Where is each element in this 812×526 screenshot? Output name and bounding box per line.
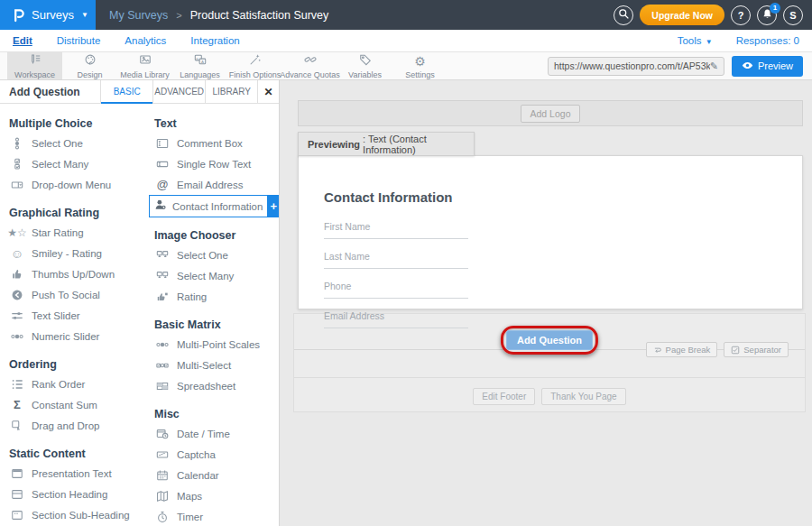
ribbon-item-design[interactable]: Design (62, 52, 117, 79)
svg-text:A: A (200, 59, 203, 63)
nav-tab-integration[interactable]: Integration (190, 35, 239, 46)
question-type-single-row-text[interactable]: Single Row Text (154, 153, 279, 174)
close-panel-button[interactable]: ✕ (257, 80, 279, 103)
question-type-select-one[interactable]: Select One (154, 245, 279, 265)
edit-url-icon[interactable]: ✎ (710, 60, 718, 72)
search-button[interactable] (614, 5, 633, 25)
ribbon-item-finish-options[interactable]: Finish Options (227, 52, 282, 79)
settings-icon: ⚙ (414, 53, 426, 69)
questionpro-logo-icon (12, 7, 25, 23)
form-field-email-address[interactable]: Email Address (324, 307, 468, 328)
survey-url-field[interactable]: https://www.questionpro.com/t/AP53kZgUI … (548, 57, 724, 76)
question-type-select-many[interactable]: Select Many (154, 265, 279, 286)
thank-you-page-button[interactable]: Thank You Page (541, 388, 625, 405)
question-type-label: Rank Order (32, 379, 85, 390)
ribbon-item-languages[interactable]: aALanguages (172, 52, 227, 79)
form-field-first-name[interactable]: First Name (324, 217, 468, 239)
preview-label: Preview (758, 60, 793, 71)
question-type-select-many[interactable]: Select Many (9, 153, 143, 174)
text-slider-icon (9, 309, 25, 322)
notifications-button[interactable]: 1 (757, 5, 777, 25)
question-type-label: Date / Time (177, 429, 230, 439)
share-icon (9, 289, 25, 301)
question-type-label: Calendar (177, 470, 219, 481)
breadcrumb-my-surveys[interactable]: My Surveys (109, 9, 168, 22)
question-type-star-rating[interactable]: ★☆Star Rating (9, 222, 143, 243)
chevron-down-icon: ▼ (81, 11, 88, 19)
edit-footer-button[interactable]: Edit Footer (473, 388, 535, 405)
question-type-date-time[interactable]: Date / Time (154, 423, 279, 444)
avatar-initial: S (789, 10, 796, 21)
panel-body: Multiple ChoiceSelect OneSelect ManyDrop… (0, 104, 279, 526)
ribbon-item-variables[interactable]: Variables (337, 52, 392, 79)
question-type-label: Email Address (177, 180, 244, 190)
question-type-calendar[interactable]: Calendar (154, 465, 279, 485)
ribbon-item-advance-quotas[interactable]: Advance Quotas (282, 52, 337, 79)
question-type-drop-down-menu[interactable]: Drop-down Menu (9, 174, 143, 195)
question-type-label: Push To Social (32, 290, 100, 300)
question-type-timer[interactable]: Timer (154, 506, 279, 526)
question-type-section-heading[interactable]: Section Heading (9, 484, 143, 504)
question-type-multi-point-scales[interactable]: Multi-Point Scales (154, 334, 279, 355)
question-type-constant-sum[interactable]: ΣConstant Sum (9, 394, 143, 415)
avatar[interactable]: S (783, 5, 803, 25)
add-question-type-button[interactable]: + (268, 195, 279, 217)
nav-tab-analytics[interactable]: Analytics (125, 35, 166, 46)
question-type-text-slider[interactable]: Text Slider (9, 305, 143, 326)
panel-tab-basic[interactable]: BASIC (100, 80, 152, 103)
nav-tab-distribute[interactable]: Distribute (57, 35, 101, 46)
category-image-chooser: Image Chooser (154, 229, 279, 242)
question-type-maps[interactable]: Maps (154, 485, 279, 506)
question-type-label: Spreadsheet (177, 381, 235, 392)
question-type-contact-information-selected[interactable]: Contact Information+ (149, 195, 279, 217)
eye-icon (742, 60, 753, 72)
upgrade-now-button[interactable]: Upgrade Now (640, 5, 724, 25)
ribbon-item-media-library[interactable]: Media Library (117, 52, 172, 79)
question-type-drag-and-drop[interactable]: Drag and Drop (9, 415, 143, 436)
add-question-panel: Add Question BASICADVANCEDLIBRARY ✕ Mult… (0, 80, 280, 526)
product-switcher[interactable]: Surveys ▼ (0, 0, 96, 30)
question-type-push-to-social[interactable]: Push To Social (9, 284, 143, 305)
contact-person-icon (154, 198, 167, 215)
panel-tab-advanced[interactable]: ADVANCED (152, 80, 205, 103)
separator-checkbox-icon (731, 346, 740, 355)
nav-tab-edit[interactable]: Edit (13, 35, 32, 46)
question-type-numeric-slider[interactable]: Numeric Slider (9, 326, 143, 346)
panel-title: Add Question (0, 80, 100, 103)
help-button[interactable]: ? (731, 5, 751, 25)
finish-options-icon (249, 53, 262, 69)
thumbs-icon (9, 268, 25, 281)
contact-form-title: Contact Information (324, 189, 802, 205)
page-break-button[interactable]: Page Break (646, 342, 718, 357)
question-type-select-one[interactable]: Select One (9, 133, 143, 153)
question-type-presentation-text[interactable]: Presentation Text (9, 463, 143, 484)
form-field-last-name[interactable]: Last Name (324, 247, 468, 269)
category-basic-matrix: Basic Matrix (154, 318, 279, 331)
panel-tab-library[interactable]: LIBRARY (205, 80, 257, 103)
question-type-thumbs-up-down[interactable]: Thumbs Up/Down (9, 263, 143, 284)
ribbon-item-settings[interactable]: ⚙Settings (392, 52, 448, 79)
question-type-multi-select[interactable]: Multi-Select (154, 355, 279, 375)
field-placeholder: Last Name (324, 251, 370, 262)
form-field-phone[interactable]: Phone (324, 277, 468, 299)
question-type-label: Select One (177, 250, 228, 261)
responses-link[interactable]: Responses: 0 (736, 35, 799, 46)
preview-button[interactable]: Preview (732, 56, 803, 77)
question-type-rank-order[interactable]: Rank Order (9, 374, 143, 394)
question-type-section-sub-heading[interactable]: Section Sub-Heading (9, 504, 143, 525)
question-type-captcha[interactable]: Captcha (154, 444, 279, 465)
ribbon-item-workspace[interactable]: Workspace (7, 52, 62, 79)
question-type-label: Timer (177, 512, 203, 522)
question-type-spreadsheet[interactable]: Spreadsheet (154, 375, 279, 396)
separator-button[interactable]: Separator (724, 342, 789, 357)
question-type-email-address[interactable]: @Email Address (154, 174, 279, 195)
field-placeholder: Phone (324, 281, 351, 291)
add-logo-button[interactable]: Add Logo (521, 105, 581, 123)
add-question-button[interactable]: Add Question (506, 330, 593, 350)
question-type-rating[interactable]: Rating (154, 286, 279, 307)
workspace-icon (29, 53, 42, 69)
tools-menu[interactable]: Tools ▼ (678, 35, 713, 46)
question-type-smiley-rating[interactable]: ☺Smiley - Rating (9, 243, 143, 263)
question-type-comment-box[interactable]: Comment Box (154, 133, 279, 153)
question-mark-icon: ? (738, 10, 744, 21)
